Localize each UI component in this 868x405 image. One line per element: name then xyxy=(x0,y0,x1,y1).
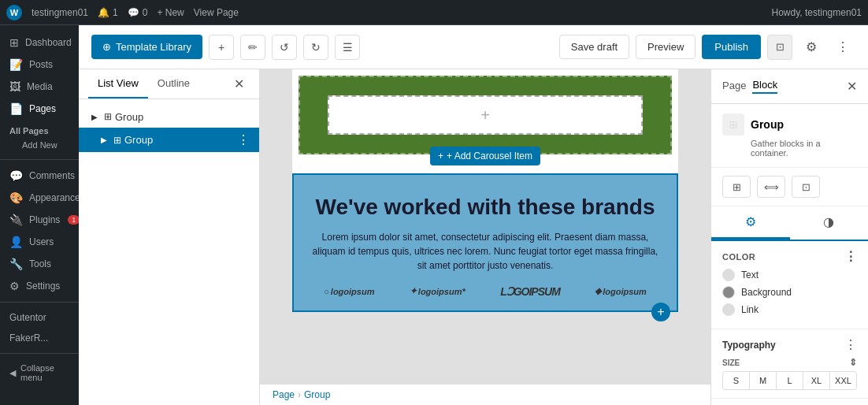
sidebar: ⊞ Dashboard 📝 Posts 🖼 Media 📄 Pages All … xyxy=(0,25,79,405)
block-btn-3[interactable]: ⊡ xyxy=(792,176,820,198)
tree-more-button[interactable]: ⋮ xyxy=(237,132,250,147)
gear-icon: ⚙ xyxy=(806,39,817,54)
list-view-toggle[interactable]: ☰ xyxy=(335,35,360,60)
tab-outline[interactable]: Outline xyxy=(148,69,199,98)
panel-close-button[interactable]: ✕ xyxy=(228,73,250,95)
sidebar-item-comments[interactable]: 💬 Comments xyxy=(0,165,79,187)
block-btn-1[interactable]: ⊞ xyxy=(722,176,751,198)
color-text-circle[interactable] xyxy=(722,269,735,281)
site-name-item[interactable]: testingmen01 xyxy=(32,7,88,18)
sidebar-item-users[interactable]: 👤 Users xyxy=(0,231,79,253)
tree-item-group-1[interactable]: ▶ ⊞ Group xyxy=(79,106,259,128)
color-more-icon[interactable]: ⋮ xyxy=(844,249,858,264)
right-panel-tab-block[interactable]: Block xyxy=(752,79,777,94)
new-item[interactable]: + New xyxy=(157,7,184,18)
admin-bar: W testingmen01 🔔 1 💬 0 + New View Page H… xyxy=(0,0,868,25)
left-panel: List View Outline ✕ ▶ ⊞ Group ▶ ⊞ xyxy=(79,69,260,405)
block-add-button[interactable]: + xyxy=(651,303,670,321)
tab-list-view[interactable]: List View xyxy=(88,69,148,98)
sidebar-item-appearance[interactable]: 🎨 Appearance xyxy=(0,187,79,209)
size-btn-l[interactable]: L xyxy=(777,372,803,389)
size-btn-xxl[interactable]: XXL xyxy=(830,372,856,389)
pages-icon: 📄 xyxy=(9,102,23,115)
sidebar-item-plugins[interactable]: 🔌 Plugins 1 xyxy=(0,209,79,231)
publish-button[interactable]: Publish xyxy=(702,35,761,59)
breadcrumb-group[interactable]: Group xyxy=(304,389,330,400)
tree-item-group-2[interactable]: ▶ ⊞ Group ⋮ xyxy=(79,128,259,152)
color-link-row: Link xyxy=(722,303,857,316)
typography-more-icon[interactable]: ⋮ xyxy=(844,337,857,352)
carousel-plus-icon: + xyxy=(480,106,490,124)
collapse-menu[interactable]: ◀ Collapse menu xyxy=(0,359,79,387)
sidebar-item-gutentor[interactable]: Gutentor xyxy=(0,307,79,328)
sidebar-item-pages[interactable]: 📄 Pages xyxy=(0,98,79,120)
color-background-row: Background xyxy=(722,286,857,299)
add-carousel-button[interactable]: + + Add Carousel Item xyxy=(430,147,540,165)
view-toggle-button[interactable]: ⊡ xyxy=(767,35,792,60)
sidebar-item-fakerr[interactable]: FakerR... xyxy=(0,328,79,348)
sidebar-add-new[interactable]: Add New xyxy=(0,139,79,154)
right-panel-header: Page Block ✕ xyxy=(711,69,868,104)
dimensions-section: Dimensions ⋮ PADDING ↑ ⇕ ⊕ xyxy=(711,399,868,405)
pen-icon: ✏ xyxy=(248,41,258,54)
add-block-button[interactable]: + xyxy=(209,35,234,60)
brands-logos: ○ logoipsum ✦ logoipsum* LϽGOIPSUM xyxy=(310,285,661,298)
size-btn-s[interactable]: S xyxy=(723,372,750,389)
comments-item[interactable]: 💬 0 xyxy=(128,7,148,18)
template-library-label: Template Library xyxy=(116,41,191,53)
logo-icon-4: ◆ xyxy=(595,286,601,296)
howdy-text: Howdy, testingmen01 xyxy=(771,7,862,18)
sidebar-item-media[interactable]: 🖼 Media xyxy=(0,76,79,98)
editor-toolbar: ⊕ Template Library + ✏ ↺ ↻ ☰ Save draft xyxy=(79,25,868,69)
logo-3: LϽGOIPSUM xyxy=(500,285,560,298)
sidebar-label-plugins: Plugins xyxy=(29,214,60,225)
color-text-row: Text xyxy=(722,269,857,281)
typography-header: Typography ⋮ xyxy=(722,337,857,352)
color-bg-circle[interactable] xyxy=(722,286,735,299)
sidebar-item-dashboard[interactable]: ⊞ Dashboard xyxy=(0,32,79,54)
tools-icon: 🔧 xyxy=(9,258,23,270)
redo-button[interactable]: ↻ xyxy=(303,35,328,60)
users-icon: 👤 xyxy=(9,236,23,248)
site-name: testingmen01 xyxy=(32,7,88,18)
preview-button[interactable]: Preview xyxy=(636,35,696,59)
sidebar-item-posts[interactable]: 📝 Posts xyxy=(0,54,79,76)
size-adjust-icon[interactable]: ⇕ xyxy=(849,357,857,368)
panel-section-tab-styles[interactable]: ◑ xyxy=(790,206,869,240)
notifications-item[interactable]: 🔔 1 xyxy=(98,7,118,18)
sidebar-item-tools[interactable]: 🔧 Tools xyxy=(0,253,79,275)
panel-section-tab-settings[interactable]: ⚙ xyxy=(711,206,790,240)
tree-toggle-2[interactable]: ▶ xyxy=(98,134,110,147)
undo-button[interactable]: ↺ xyxy=(272,35,297,60)
right-panel-close[interactable]: ✕ xyxy=(847,79,857,94)
group-block-icon: ⊞ xyxy=(729,118,738,131)
view-page-label: View Page xyxy=(194,7,239,18)
right-panel-tab-page[interactable]: Page xyxy=(722,80,746,93)
breadcrumb-page[interactable]: Page xyxy=(273,389,295,400)
tree-toggle-1[interactable]: ▶ xyxy=(88,110,101,123)
sidebar-item-settings[interactable]: ⚙ Settings xyxy=(0,275,79,297)
media-icon: 🖼 xyxy=(9,80,20,93)
pen-button[interactable]: ✏ xyxy=(240,35,265,60)
block-btn-2[interactable]: ⟺ xyxy=(757,176,785,198)
add-icon: + xyxy=(218,41,224,54)
view-page-item[interactable]: View Page xyxy=(194,7,239,18)
brands-title: We've worked with these brands xyxy=(310,194,661,221)
ellipsis-icon: ⋮ xyxy=(836,39,849,54)
posts-icon: 📝 xyxy=(9,58,23,71)
sidebar-divider-1 xyxy=(0,159,79,160)
template-library-button[interactable]: ⊕ Template Library xyxy=(91,35,202,59)
publish-label: Publish xyxy=(714,41,748,53)
color-link-circle[interactable] xyxy=(722,303,735,316)
size-btn-xl[interactable]: XL xyxy=(803,372,830,389)
wp-icon: W xyxy=(6,5,22,20)
size-btn-m[interactable]: M xyxy=(750,372,777,389)
save-draft-button[interactable]: Save draft xyxy=(559,35,629,59)
group-desc: Gather blocks in a container. xyxy=(751,139,857,158)
canvas-area: + + + Add Carousel Item We've worked wit… xyxy=(260,69,710,405)
tree-label-group-1: Group xyxy=(115,111,250,123)
settings-button[interactable]: ⚙ xyxy=(799,35,824,60)
options-button[interactable]: ⋮ xyxy=(830,35,855,60)
typography-section: Typography ⋮ SIZE ⇕ S M L XL XXL xyxy=(711,329,868,399)
wp-logo-item[interactable]: W xyxy=(6,5,22,20)
